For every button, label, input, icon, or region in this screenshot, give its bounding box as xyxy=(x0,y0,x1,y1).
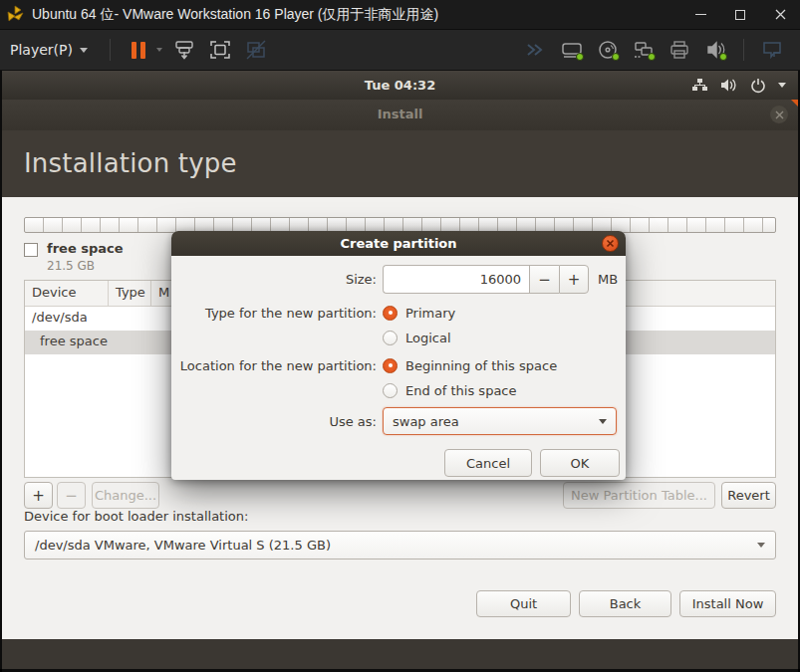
column-header-device[interactable]: Device xyxy=(25,281,109,306)
legend-label: free space xyxy=(47,241,124,256)
chevron-down-icon[interactable] xyxy=(778,83,786,88)
radio-end[interactable] xyxy=(383,383,398,398)
power-icon[interactable] xyxy=(750,78,766,94)
revert-button[interactable]: Revert xyxy=(721,482,776,509)
fullscreen-icon[interactable] xyxy=(207,37,233,63)
size-decrement-button[interactable]: − xyxy=(529,265,559,294)
volume-icon[interactable] xyxy=(720,78,738,93)
dialog-titlebar[interactable]: Create partition xyxy=(171,231,626,256)
partition-legend: free space 21.5 GB xyxy=(24,241,124,273)
status-dot xyxy=(648,53,656,61)
vmware-toolbar: Player(P) xyxy=(0,30,800,71)
dialog-close-icon[interactable] xyxy=(602,235,619,252)
chevron-down-icon xyxy=(757,543,765,548)
new-partition-table-button[interactable]: New Partition Table... xyxy=(563,482,715,509)
use-as-label: Use as: xyxy=(171,414,383,429)
player-menu[interactable]: Player(P) xyxy=(0,30,100,70)
pause-icon[interactable] xyxy=(126,37,151,63)
desktop-background xyxy=(2,639,798,669)
gnome-topbar: Tue 04:32 xyxy=(2,71,798,100)
minimize-icon[interactable] xyxy=(680,0,720,29)
installer-titlebar[interactable]: Install xyxy=(2,100,798,130)
message-panel-icon xyxy=(759,37,785,63)
radio-logical[interactable] xyxy=(383,331,398,345)
page-title: Installation type xyxy=(24,148,237,178)
back-button[interactable]: Back xyxy=(579,590,671,617)
pause-dropdown-icon[interactable] xyxy=(156,48,162,52)
radio-beginning[interactable] xyxy=(383,358,398,373)
bootloader-value: /dev/sda VMware, VMware Virtual S (21.5 … xyxy=(35,538,331,553)
status-dot xyxy=(719,53,727,61)
radio-primary-label[interactable]: Primary xyxy=(405,306,455,321)
size-unit: MB xyxy=(598,272,618,287)
wired-network-icon[interactable] xyxy=(691,78,708,93)
toolbar-separator xyxy=(743,39,744,61)
size-input[interactable]: 16000 xyxy=(383,265,529,294)
location-label: Location for the new partition: xyxy=(171,358,383,373)
cdrom-icon[interactable] xyxy=(595,37,621,63)
ok-button[interactable]: OK xyxy=(540,449,620,477)
chevron-down-icon xyxy=(599,419,607,424)
legend-swatch xyxy=(24,243,38,257)
toolbar-separator xyxy=(110,39,111,61)
installer-close-icon[interactable] xyxy=(770,106,788,123)
add-partition-button[interactable]: + xyxy=(24,482,53,509)
close-icon[interactable] xyxy=(760,0,800,29)
status-dot xyxy=(612,53,620,61)
partition-toolbar: + − Change... New Partition Table... Rev… xyxy=(24,482,776,509)
size-spinner: 16000 − + xyxy=(383,265,589,294)
chevron-down-icon xyxy=(80,48,88,53)
printer-icon[interactable] xyxy=(667,37,692,63)
dialog-title: Create partition xyxy=(340,236,456,251)
quit-button[interactable]: Quit xyxy=(476,590,571,617)
radio-primary[interactable] xyxy=(383,306,398,321)
clock[interactable]: Tue 04:32 xyxy=(2,78,798,93)
bootloader-label: Device for boot loader installation: xyxy=(24,509,248,524)
use-as-select[interactable]: swap area xyxy=(383,407,617,435)
page-header: Installation type xyxy=(2,130,798,197)
legend-size: 21.5 GB xyxy=(47,259,124,273)
cancel-button[interactable]: Cancel xyxy=(444,449,532,477)
window-title: Ubuntu 64 位- VMware Workstation 16 Playe… xyxy=(32,6,438,24)
radio-end-label[interactable]: End of this space xyxy=(405,383,517,398)
size-increment-button[interactable]: + xyxy=(559,265,589,294)
install-now-button[interactable]: Install Now xyxy=(679,590,776,617)
radio-logical-label[interactable]: Logical xyxy=(405,331,451,345)
column-header-type[interactable]: Type xyxy=(109,281,151,306)
vmware-logo-icon xyxy=(6,5,26,25)
remove-partition-button[interactable]: − xyxy=(57,482,86,509)
network-adapter-icon[interactable] xyxy=(631,37,657,63)
unity-mode-icon xyxy=(243,37,269,63)
change-button[interactable]: Change... xyxy=(92,482,159,509)
hard-disk-icon[interactable] xyxy=(559,37,585,63)
status-dot xyxy=(576,53,584,61)
sound-icon[interactable] xyxy=(702,37,728,63)
vmware-window-titlebar: Ubuntu 64 位- VMware Workstation 16 Playe… xyxy=(0,0,800,30)
expand-toolbar-icon[interactable] xyxy=(523,37,549,63)
maximize-icon[interactable] xyxy=(720,0,760,29)
size-label: Size: xyxy=(171,272,383,287)
type-label: Type for the new partition: xyxy=(171,306,383,321)
send-ctrl-alt-del-icon[interactable] xyxy=(171,37,197,63)
use-as-value: swap area xyxy=(393,414,459,429)
create-partition-dialog: Create partition Size: 16000 − + MB Type… xyxy=(171,231,626,480)
page-actions: Quit Back Install Now xyxy=(476,590,776,617)
wallpaper-corner xyxy=(791,100,798,107)
installer-window-title: Install xyxy=(2,107,798,121)
bootloader-combo[interactable]: /dev/sda VMware, VMware Virtual S (21.5 … xyxy=(24,531,776,560)
radio-beginning-label[interactable]: Beginning of this space xyxy=(405,358,557,373)
